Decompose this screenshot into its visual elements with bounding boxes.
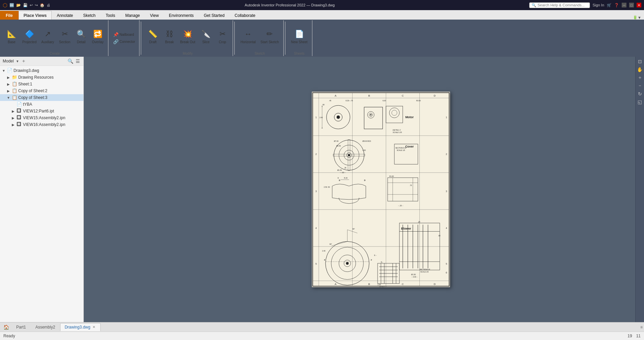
quick-access-undo[interactable]: ↩ bbox=[30, 3, 33, 7]
tab-get-started[interactable]: Get Started bbox=[199, 11, 229, 20]
start-sketch-button[interactable]: ✏ Start Sketch bbox=[259, 28, 280, 45]
base-button[interactable]: 📐 Base bbox=[4, 28, 19, 45]
tab-collaborate[interactable]: Collaborate bbox=[230, 11, 260, 20]
menu-sidebar-icon[interactable]: ☰ bbox=[75, 58, 81, 64]
tab-drawing3[interactable]: Drawing3.dwg ✕ bbox=[60, 323, 101, 331]
zoom-fit-icon[interactable]: ⊡ bbox=[637, 58, 643, 65]
cart-icon[interactable]: 🛒 bbox=[607, 3, 612, 7]
slice-button[interactable]: 🔪 Slice bbox=[198, 28, 213, 45]
tab-annotate[interactable]: Annotate bbox=[52, 11, 78, 20]
break-out-button[interactable]: 💥 Break Out bbox=[178, 28, 197, 45]
toggle-sheet1[interactable]: ▶ bbox=[6, 82, 11, 86]
toggle-view16[interactable]: ▶ bbox=[11, 122, 16, 127]
tab-assembly2[interactable]: Assembly2 bbox=[31, 323, 60, 331]
section-button[interactable]: ✂ Section bbox=[57, 28, 72, 45]
tab-view[interactable]: View bbox=[145, 11, 164, 20]
svg-text:.75: .75 bbox=[409, 185, 412, 186]
break-button[interactable]: ⛓ Break bbox=[162, 28, 177, 45]
toggle-copy-sheet3[interactable]: ▼ bbox=[6, 95, 11, 100]
tree-item-view15[interactable]: ▶ 🔲 VIEW15:Assembly2.ipn bbox=[0, 114, 83, 121]
minimize-button[interactable]: ─ bbox=[622, 3, 626, 7]
auxiliary-button[interactable]: ↗ Auxiliary bbox=[40, 28, 56, 45]
quick-access-open[interactable]: 📂 bbox=[16, 3, 21, 7]
copy-sheet3-icon: 📋 bbox=[12, 95, 17, 100]
search-input[interactable] bbox=[538, 3, 585, 7]
svg-text:.35: .35 bbox=[344, 167, 346, 169]
view3d-icon[interactable]: ◱ bbox=[637, 99, 643, 105]
tab-manage[interactable]: Manage bbox=[120, 11, 145, 20]
status-right: 19 11 bbox=[627, 334, 641, 338]
tree-item-sheet1[interactable]: ▶ 📋 Sheet:1 bbox=[0, 81, 83, 87]
tree-item-drawing-resources[interactable]: ▶ 📁 Drawing Resources bbox=[0, 74, 83, 81]
new-sheet-button[interactable]: 📄 New Sheet bbox=[289, 28, 309, 45]
search-box[interactable]: 🔍 bbox=[529, 2, 590, 8]
dropdown-icon[interactable]: ▼ bbox=[638, 16, 641, 20]
sidebar-dropdown[interactable]: ▼ bbox=[16, 59, 19, 63]
search-sidebar-icon[interactable]: 🔍 bbox=[67, 58, 73, 64]
quick-access-redo[interactable]: ↪ bbox=[35, 3, 38, 7]
quick-access-new[interactable]: 🆕 bbox=[9, 3, 14, 7]
toggle-view15[interactable]: ▶ bbox=[11, 115, 16, 120]
view15-label: VIEW15:Assembly2.ipn bbox=[23, 115, 65, 120]
svg-text:R3.50: R3.50 bbox=[416, 100, 420, 102]
svg-text:3: 3 bbox=[446, 190, 447, 192]
overlay-button[interactable]: 🔁 Overlay bbox=[90, 28, 105, 45]
svg-text:2.50 .50: 2.50 .50 bbox=[324, 186, 330, 188]
canvas-area[interactable]: A B C D A B C D 1 2 3 4 bbox=[84, 57, 644, 322]
quick-access-print[interactable]: 🖨 bbox=[47, 3, 50, 7]
quick-access-home[interactable]: 🏠 bbox=[40, 3, 45, 7]
svg-text:C: C bbox=[402, 94, 404, 97]
tab-part1[interactable]: Part1 bbox=[12, 323, 30, 331]
view16-label: VIEW16:Assembly2.ipn bbox=[23, 122, 65, 127]
draft-button[interactable]: 📏 Draft bbox=[145, 28, 160, 45]
tree-item-view16[interactable]: ▶ 🔲 VIEW16:Assembly2.ipn bbox=[0, 121, 83, 128]
svg-text:.90: .90 bbox=[322, 104, 324, 106]
copy-sheet3-label: Copy of Sheet:3 bbox=[18, 95, 47, 100]
svg-text:3: 3 bbox=[315, 190, 317, 192]
svg-text:Ø7.00: Ø7.00 bbox=[334, 140, 338, 142]
crop-button[interactable]: ✂ Crop bbox=[215, 28, 230, 45]
tree-item-drawing3[interactable]: ▼ 📄 Drawing3.dwg bbox=[0, 67, 83, 74]
horizontal-button[interactable]: ↔ Horizontal bbox=[239, 28, 257, 45]
detail-button[interactable]: 🔍 Detail bbox=[74, 28, 89, 45]
toggle-copy-sheet2[interactable]: ▶ bbox=[6, 88, 11, 93]
rotate-icon[interactable]: ↻ bbox=[637, 90, 643, 97]
view16-icon: 🔲 bbox=[17, 122, 22, 127]
projected-icon: 🔷 bbox=[24, 29, 35, 40]
tab-place-views[interactable]: Place Views bbox=[19, 11, 52, 20]
svg-text:2: 2 bbox=[446, 153, 447, 155]
tab-tools[interactable]: Tools bbox=[101, 11, 120, 20]
tab-home-icon[interactable]: 🏠 bbox=[1, 324, 11, 331]
sign-in-button[interactable]: Sign In bbox=[593, 3, 604, 7]
add-icon[interactable]: ＋ bbox=[21, 58, 26, 64]
tree-item-tyba[interactable]: ▶ 📄 tYBA bbox=[0, 101, 83, 108]
tab-close-drawing3[interactable]: ✕ bbox=[92, 325, 96, 329]
quick-access-save[interactable]: 💾 bbox=[23, 3, 28, 7]
connector-button[interactable]: 🔗 Connector bbox=[112, 38, 136, 45]
svg-text:←3.00→: ←3.00→ bbox=[411, 276, 418, 278]
nailboard-button[interactable]: 📌 Nailboard bbox=[112, 31, 136, 38]
projected-button[interactable]: 🔷 Projected bbox=[21, 28, 38, 45]
toggle-drawing3[interactable]: ▼ bbox=[1, 68, 6, 73]
tab-sketch[interactable]: Sketch bbox=[78, 11, 101, 20]
drawing-sheet[interactable]: A B C D A B C D 1 2 3 4 bbox=[312, 91, 450, 287]
tab-environments[interactable]: Environments bbox=[164, 11, 199, 20]
tree-item-copy-sheet3[interactable]: ▼ 📋 Copy of Sheet:3 bbox=[0, 94, 83, 101]
pan-icon[interactable]: ✋ bbox=[637, 66, 643, 73]
zoom-out-icon[interactable]: － bbox=[637, 82, 643, 89]
tyba-label: tYBA bbox=[23, 102, 32, 107]
close-button[interactable]: ✕ bbox=[637, 3, 641, 7]
svg-point-39 bbox=[370, 114, 371, 115]
toggle-drawing-resources[interactable]: ▶ bbox=[6, 75, 11, 80]
ribbon-group-sheets: 📄 New Sheet Sheets bbox=[287, 20, 312, 56]
toggle-view12[interactable]: ▶ bbox=[11, 109, 16, 113]
detail-icon: 🔍 bbox=[76, 29, 87, 40]
maximize-button[interactable]: □ bbox=[629, 3, 634, 7]
tab-file[interactable]: File bbox=[0, 11, 19, 20]
tree-item-view12[interactable]: ▶ 🔲 VIEW12:Part6.ipt bbox=[0, 108, 83, 114]
tree-item-copy-sheet2[interactable]: ▶ 📋 Copy of Sheet:2 bbox=[0, 87, 83, 94]
tab-overflow-icon[interactable]: ≡ bbox=[640, 325, 643, 330]
help-icon[interactable]: ❓ bbox=[614, 3, 619, 7]
sep1 bbox=[141, 22, 141, 55]
zoom-in-icon[interactable]: ＋ bbox=[637, 74, 643, 81]
